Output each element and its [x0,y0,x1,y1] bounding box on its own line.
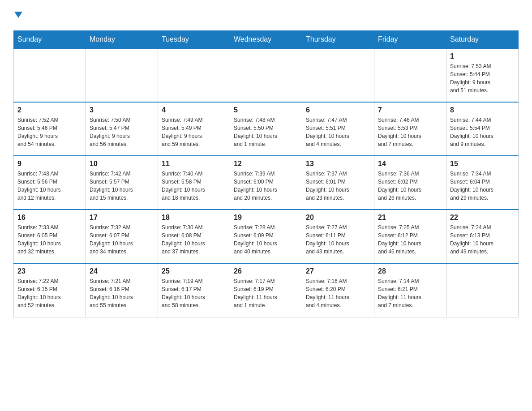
calendar-cell [374,48,446,102]
calendar-cell [14,48,86,102]
calendar-cell: 23Sunrise: 7:22 AM Sunset: 6:15 PM Dayli… [14,263,86,317]
day-number: 20 [306,214,370,222]
weekday-header-sunday: Sunday [14,31,86,49]
day-info: Sunrise: 7:36 AM Sunset: 6:02 PM Dayligh… [378,170,442,202]
day-info: Sunrise: 7:49 AM Sunset: 5:49 PM Dayligh… [162,116,226,148]
calendar-cell: 26Sunrise: 7:17 AM Sunset: 6:19 PM Dayli… [230,263,302,317]
day-number: 5 [234,106,298,114]
calendar-cell [302,48,374,102]
day-number: 17 [90,214,154,222]
calendar-cell: 28Sunrise: 7:14 AM Sunset: 6:21 PM Dayli… [374,263,446,317]
day-info: Sunrise: 7:24 AM Sunset: 6:13 PM Dayligh… [450,223,515,256]
day-number: 10 [90,160,154,168]
day-info: Sunrise: 7:42 AM Sunset: 5:57 PM Dayligh… [90,170,154,202]
calendar-cell: 9Sunrise: 7:43 AM Sunset: 5:56 PM Daylig… [14,156,86,210]
calendar-week-1: 1Sunrise: 7:53 AM Sunset: 5:44 PM Daylig… [14,48,519,102]
day-number: 4 [162,106,226,114]
day-info: Sunrise: 7:48 AM Sunset: 5:50 PM Dayligh… [234,116,298,148]
calendar-cell: 11Sunrise: 7:40 AM Sunset: 5:58 PM Dayli… [158,156,230,210]
calendar-cell: 3Sunrise: 7:50 AM Sunset: 5:47 PM Daylig… [86,102,158,156]
logo [13,9,27,21]
day-number: 9 [17,160,82,168]
day-number: 27 [306,267,370,275]
day-info: Sunrise: 7:16 AM Sunset: 6:20 PM Dayligh… [306,277,370,309]
calendar-cell: 17Sunrise: 7:32 AM Sunset: 6:07 PM Dayli… [86,210,158,263]
day-info: Sunrise: 7:44 AM Sunset: 5:54 PM Dayligh… [450,116,515,148]
calendar-cell: 8Sunrise: 7:44 AM Sunset: 5:54 PM Daylig… [446,102,519,156]
day-number: 6 [306,106,370,114]
day-number: 23 [17,267,82,275]
weekday-header-row: SundayMondayTuesdayWednesdayThursdayFrid… [14,31,519,49]
day-info: Sunrise: 7:30 AM Sunset: 6:08 PM Dayligh… [162,223,226,256]
day-number: 26 [234,267,298,275]
day-info: Sunrise: 7:43 AM Sunset: 5:56 PM Dayligh… [17,170,82,202]
day-info: Sunrise: 7:22 AM Sunset: 6:15 PM Dayligh… [17,277,82,309]
day-number: 7 [378,106,442,114]
calendar-cell: 1Sunrise: 7:53 AM Sunset: 5:44 PM Daylig… [446,48,519,102]
calendar-cell: 18Sunrise: 7:30 AM Sunset: 6:08 PM Dayli… [158,210,230,263]
weekday-header-friday: Friday [374,31,446,49]
day-number: 22 [450,214,515,222]
day-info: Sunrise: 7:21 AM Sunset: 6:16 PM Dayligh… [90,277,154,309]
day-info: Sunrise: 7:50 AM Sunset: 5:47 PM Dayligh… [90,116,154,148]
calendar-cell: 27Sunrise: 7:16 AM Sunset: 6:20 PM Dayli… [302,263,374,317]
calendar-cell: 7Sunrise: 7:46 AM Sunset: 5:53 PM Daylig… [374,102,446,156]
header [13,9,519,21]
weekday-header-thursday: Thursday [302,31,374,49]
day-info: Sunrise: 7:17 AM Sunset: 6:19 PM Dayligh… [234,277,298,309]
calendar-week-5: 23Sunrise: 7:22 AM Sunset: 6:15 PM Dayli… [14,263,519,317]
day-info: Sunrise: 7:27 AM Sunset: 6:11 PM Dayligh… [306,223,370,256]
calendar-cell: 22Sunrise: 7:24 AM Sunset: 6:13 PM Dayli… [446,210,519,263]
day-info: Sunrise: 7:47 AM Sunset: 5:51 PM Dayligh… [306,116,370,148]
calendar-cell [230,48,302,102]
calendar: SundayMondayTuesdayWednesdayThursdayFrid… [13,30,519,317]
weekday-header-monday: Monday [86,31,158,49]
calendar-cell: 13Sunrise: 7:37 AM Sunset: 6:01 PM Dayli… [302,156,374,210]
day-info: Sunrise: 7:33 AM Sunset: 6:05 PM Dayligh… [17,223,82,256]
day-number: 8 [450,106,515,114]
day-info: Sunrise: 7:25 AM Sunset: 6:12 PM Dayligh… [378,223,442,256]
day-number: 28 [378,267,442,275]
calendar-cell [446,263,519,317]
day-number: 3 [90,106,154,114]
logo-arrow-icon [14,12,22,18]
day-number: 16 [17,214,82,222]
day-number: 25 [162,267,226,275]
day-info: Sunrise: 7:14 AM Sunset: 6:21 PM Dayligh… [378,277,442,309]
day-number: 14 [378,160,442,168]
day-info: Sunrise: 7:34 AM Sunset: 6:04 PM Dayligh… [450,170,515,202]
calendar-cell: 14Sunrise: 7:36 AM Sunset: 6:02 PM Dayli… [374,156,446,210]
weekday-header-wednesday: Wednesday [230,31,302,49]
calendar-cell: 10Sunrise: 7:42 AM Sunset: 5:57 PM Dayli… [86,156,158,210]
calendar-cell: 6Sunrise: 7:47 AM Sunset: 5:51 PM Daylig… [302,102,374,156]
day-info: Sunrise: 7:28 AM Sunset: 6:09 PM Dayligh… [234,223,298,256]
weekday-header-tuesday: Tuesday [158,31,230,49]
day-number: 1 [450,52,515,60]
day-number: 24 [90,267,154,275]
day-number: 11 [162,160,226,168]
calendar-cell: 12Sunrise: 7:39 AM Sunset: 6:00 PM Dayli… [230,156,302,210]
calendar-week-4: 16Sunrise: 7:33 AM Sunset: 6:05 PM Dayli… [14,210,519,263]
day-info: Sunrise: 7:37 AM Sunset: 6:01 PM Dayligh… [306,170,370,202]
calendar-cell: 24Sunrise: 7:21 AM Sunset: 6:16 PM Dayli… [86,263,158,317]
calendar-cell: 4Sunrise: 7:49 AM Sunset: 5:49 PM Daylig… [158,102,230,156]
calendar-cell: 25Sunrise: 7:19 AM Sunset: 6:17 PM Dayli… [158,263,230,317]
calendar-cell: 19Sunrise: 7:28 AM Sunset: 6:09 PM Dayli… [230,210,302,263]
day-number: 15 [450,160,515,168]
day-number: 21 [378,214,442,222]
calendar-cell [86,48,158,102]
day-info: Sunrise: 7:32 AM Sunset: 6:07 PM Dayligh… [90,223,154,256]
day-info: Sunrise: 7:40 AM Sunset: 5:58 PM Dayligh… [162,170,226,202]
calendar-cell: 21Sunrise: 7:25 AM Sunset: 6:12 PM Dayli… [374,210,446,263]
calendar-cell: 16Sunrise: 7:33 AM Sunset: 6:05 PM Dayli… [14,210,86,263]
day-number: 2 [17,106,82,114]
day-info: Sunrise: 7:46 AM Sunset: 5:53 PM Dayligh… [378,116,442,148]
calendar-body: 1Sunrise: 7:53 AM Sunset: 5:44 PM Daylig… [14,48,519,317]
day-info: Sunrise: 7:52 AM Sunset: 5:46 PM Dayligh… [17,116,82,148]
svg-marker-0 [14,12,22,18]
weekday-header-saturday: Saturday [446,31,519,49]
calendar-cell: 5Sunrise: 7:48 AM Sunset: 5:50 PM Daylig… [230,102,302,156]
day-info: Sunrise: 7:19 AM Sunset: 6:17 PM Dayligh… [162,277,226,309]
day-number: 13 [306,160,370,168]
calendar-cell: 2Sunrise: 7:52 AM Sunset: 5:46 PM Daylig… [14,102,86,156]
